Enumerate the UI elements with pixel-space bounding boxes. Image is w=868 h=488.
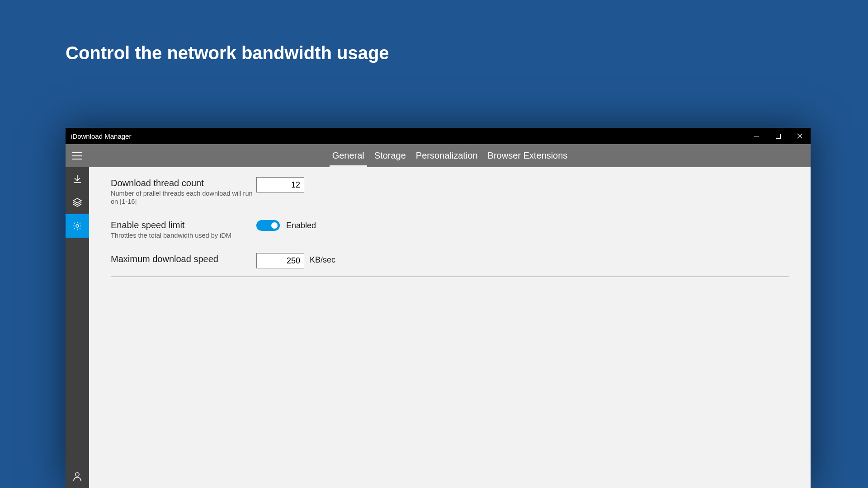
speed-limit-state: Enabled bbox=[286, 221, 316, 230]
window-controls bbox=[745, 128, 811, 144]
thread-count-desc: Number of prallel threads each download … bbox=[111, 189, 256, 206]
maximize-button[interactable] bbox=[767, 128, 789, 144]
sidebar-item-account[interactable] bbox=[66, 465, 89, 488]
person-icon bbox=[72, 471, 82, 481]
close-button[interactable] bbox=[789, 128, 811, 144]
body: Download thread count Number of prallel … bbox=[66, 167, 811, 488]
sidebar-item-queue[interactable] bbox=[66, 191, 89, 214]
thread-count-input[interactable] bbox=[256, 177, 304, 192]
page-title: Control the network bandwidth usage bbox=[66, 43, 389, 63]
speed-limit-toggle[interactable] bbox=[256, 220, 280, 231]
tab-general[interactable]: General bbox=[331, 144, 365, 167]
gear-icon bbox=[72, 221, 82, 231]
tab-personalization[interactable]: Personalization bbox=[415, 144, 479, 167]
download-icon bbox=[73, 174, 82, 183]
speed-limit-desc: Throttles the total bandwidth used by iD… bbox=[111, 231, 256, 239]
ribbon: General Storage Personalization Browser … bbox=[66, 144, 811, 167]
max-speed-label: Maximum download speed bbox=[111, 254, 256, 264]
row-max-speed: Maximum download speed KB/sec bbox=[111, 253, 789, 268]
maximize-icon bbox=[776, 134, 781, 139]
svg-rect-1 bbox=[776, 134, 780, 138]
minimize-button[interactable] bbox=[745, 128, 767, 144]
layers-icon bbox=[72, 197, 82, 207]
close-icon bbox=[797, 133, 802, 139]
separator bbox=[111, 277, 789, 277]
tabs: General Storage Personalization Browser … bbox=[89, 144, 811, 167]
max-speed-unit: KB/sec bbox=[310, 253, 335, 265]
svg-rect-4 bbox=[72, 152, 82, 153]
toggle-knob bbox=[271, 222, 278, 229]
titlebar: iDownload Manager bbox=[66, 128, 811, 144]
tab-browser-extensions[interactable]: Browser Extensions bbox=[487, 144, 569, 167]
svg-marker-9 bbox=[73, 198, 81, 203]
svg-rect-6 bbox=[72, 159, 82, 160]
thread-count-label: Download thread count bbox=[111, 178, 256, 188]
menu-button[interactable] bbox=[66, 144, 89, 167]
row-speed-limit: Enable speed limit Throttles the total b… bbox=[111, 219, 789, 239]
speed-limit-label: Enable speed limit bbox=[111, 220, 256, 230]
max-speed-input[interactable] bbox=[256, 253, 304, 268]
minimize-icon bbox=[754, 134, 759, 139]
sidebar-item-settings[interactable] bbox=[66, 214, 89, 238]
app-title: iDownload Manager bbox=[71, 132, 131, 140]
settings-content: Download thread count Number of prallel … bbox=[89, 167, 811, 488]
svg-point-10 bbox=[76, 225, 79, 227]
sidebar bbox=[66, 167, 89, 488]
sidebar-item-downloads[interactable] bbox=[66, 167, 89, 191]
svg-point-11 bbox=[75, 473, 79, 476]
row-thread-count: Download thread count Number of prallel … bbox=[111, 177, 789, 206]
svg-rect-0 bbox=[754, 136, 759, 136]
app-window: iDownload Manager bbox=[66, 128, 811, 488]
hamburger-icon bbox=[72, 152, 82, 160]
tab-storage[interactable]: Storage bbox=[373, 144, 407, 167]
svg-rect-5 bbox=[72, 155, 82, 156]
